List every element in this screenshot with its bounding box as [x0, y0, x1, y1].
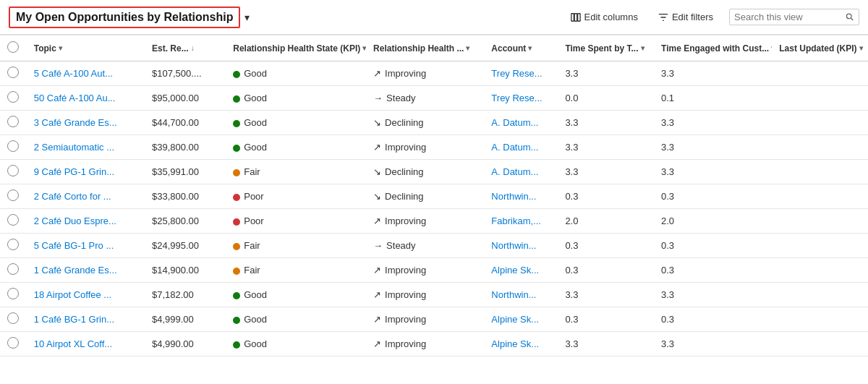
- row-account[interactable]: Alpine Sk...: [484, 332, 558, 357]
- row-rhs: Poor: [226, 184, 366, 209]
- row-account[interactable]: A. Datum...: [484, 111, 558, 135]
- row-est-rev: $35,991.00: [145, 160, 226, 184]
- row-est-rev: $39,800.00: [145, 135, 226, 160]
- row-account[interactable]: Trey Rese...: [484, 61, 558, 86]
- row-topic[interactable]: 3 Café Grande Es...: [27, 111, 145, 135]
- row-time-engaged: 2.0: [654, 209, 772, 234]
- col-header-last-updated[interactable]: Last Updated (KPI) ▾: [772, 35, 868, 61]
- row-time-engaged: 3.3: [654, 111, 772, 135]
- row-checkbox[interactable]: [7, 67, 19, 78]
- table-row: 5 Café A-100 Aut...$107,500....Good↗Impr…: [0, 61, 868, 86]
- row-time-spent: 3.3: [558, 135, 654, 160]
- row-checkbox[interactable]: [7, 116, 19, 127]
- row-last-updated: [772, 283, 868, 307]
- edit-filters-button[interactable]: Edit filters: [654, 9, 718, 25]
- row-topic[interactable]: 9 Café PG-1 Grin...: [27, 160, 145, 184]
- row-account[interactable]: Northwin...: [484, 234, 558, 258]
- row-topic[interactable]: 18 Airpot Coffee ...: [27, 283, 145, 307]
- row-topic[interactable]: 5 Café BG-1 Pro ...: [27, 234, 145, 258]
- row-checkbox-cell: [0, 283, 27, 307]
- row-last-updated: [772, 184, 868, 209]
- row-time-engaged: 3.3: [654, 135, 772, 160]
- title-chevron-icon[interactable]: ▾: [244, 12, 250, 23]
- row-account[interactable]: Fabrikam,...: [484, 209, 558, 234]
- row-checkbox[interactable]: [7, 337, 19, 349]
- trend-icon: ↗: [373, 68, 381, 79]
- col-header-topic[interactable]: Topic ▾: [27, 35, 145, 61]
- svg-rect-2: [577, 13, 580, 21]
- row-est-rev: $14,900.00: [145, 258, 226, 283]
- trend-icon: ↗: [373, 338, 381, 349]
- filter-icon: [658, 12, 668, 22]
- row-account[interactable]: A. Datum...: [484, 135, 558, 160]
- row-topic[interactable]: 1 Café Grande Es...: [27, 258, 145, 283]
- table-container: Topic ▾ Est. Re... ↓ Relationship Health…: [0, 35, 868, 384]
- row-account[interactable]: A. Datum...: [484, 160, 558, 184]
- table-header: Topic ▾ Est. Re... ↓ Relationship Health…: [0, 35, 868, 61]
- search-box[interactable]: [729, 9, 859, 25]
- table-row: 2 Café Duo Espre...$25,800.00Poor↗Improv…: [0, 209, 868, 234]
- row-topic[interactable]: 1 Café BG-1 Grin...: [27, 307, 145, 332]
- row-topic[interactable]: 2 Semiautomatic ...: [27, 135, 145, 160]
- row-time-spent: 3.3: [558, 61, 654, 86]
- col-header-account[interactable]: Account ▾: [484, 35, 558, 61]
- col-header-est-rev[interactable]: Est. Re... ↓: [145, 35, 226, 61]
- row-checkbox[interactable]: [7, 140, 19, 152]
- col-header-time-spent[interactable]: Time Spent by T... ▾: [558, 35, 654, 61]
- row-time-spent: 3.3: [558, 283, 654, 307]
- row-est-rev: $33,800.00: [145, 184, 226, 209]
- row-last-updated: [772, 160, 868, 184]
- svg-rect-0: [571, 13, 574, 21]
- row-checkbox[interactable]: [7, 312, 19, 324]
- row-topic[interactable]: 10 Airpot XL Coff...: [27, 332, 145, 357]
- trend-icon: ↘: [373, 191, 381, 202]
- col-header-rh[interactable]: Relationship Health ... ▾: [366, 35, 484, 61]
- row-topic[interactable]: 2 Café Corto for ...: [27, 184, 145, 209]
- row-est-rev: $95,000.00: [145, 86, 226, 111]
- rhs-dot: [233, 341, 240, 349]
- row-checkbox[interactable]: [7, 239, 19, 250]
- row-checkbox[interactable]: [7, 165, 19, 176]
- row-last-updated: [772, 209, 868, 234]
- row-rh: ↘Declining: [366, 160, 484, 184]
- row-rh: ↘Declining: [366, 111, 484, 135]
- col-header-time-engaged[interactable]: Time Engaged with Cust... ▾: [654, 35, 772, 61]
- row-rhs: Good: [226, 111, 366, 135]
- row-topic[interactable]: 2 Café Duo Espre...: [27, 209, 145, 234]
- row-est-rev: $44,700.00: [145, 111, 226, 135]
- search-input[interactable]: [734, 12, 843, 22]
- header-checkbox[interactable]: [7, 41, 19, 53]
- svg-rect-1: [574, 13, 577, 21]
- row-checkbox[interactable]: [7, 288, 19, 299]
- row-last-updated: [772, 111, 868, 135]
- row-est-rev: $7,182.00: [145, 283, 226, 307]
- row-checkbox[interactable]: [7, 91, 19, 103]
- col-header-rhs[interactable]: Relationship Health State (KPI) ▾: [226, 35, 366, 61]
- row-rh: ↗Improving: [366, 61, 484, 86]
- row-rhs: Good: [226, 283, 366, 307]
- row-topic[interactable]: 5 Café A-100 Aut...: [27, 61, 145, 86]
- row-account[interactable]: Alpine Sk...: [484, 258, 558, 283]
- row-account[interactable]: Northwin...: [484, 283, 558, 307]
- row-topic[interactable]: 50 Café A-100 Au...: [27, 86, 145, 111]
- edit-columns-button[interactable]: Edit columns: [566, 9, 642, 25]
- row-checkbox[interactable]: [7, 263, 19, 275]
- row-account[interactable]: Trey Rese...: [484, 86, 558, 111]
- rhs-dot: [233, 145, 240, 152]
- row-account[interactable]: Northwin...: [484, 184, 558, 209]
- est-rev-sort-icon: ↓: [191, 44, 195, 52]
- row-last-updated: [772, 258, 868, 283]
- table-body: 5 Café A-100 Aut...$107,500....Good↗Impr…: [0, 61, 868, 357]
- row-rhs: Good: [226, 135, 366, 160]
- rh-sort-icon: ▾: [466, 44, 469, 52]
- row-time-engaged: 3.3: [654, 160, 772, 184]
- row-checkbox[interactable]: [7, 214, 19, 226]
- table-row: 5 Café BG-1 Pro ...$24,995.00Fair→Steady…: [0, 234, 868, 258]
- row-account[interactable]: Alpine Sk...: [484, 307, 558, 332]
- row-time-engaged: 0.3: [654, 258, 772, 283]
- rhs-dot: [233, 169, 240, 176]
- row-rh: ↗Improving: [366, 283, 484, 307]
- row-checkbox[interactable]: [7, 189, 19, 201]
- row-est-rev: $4,990.00: [145, 332, 226, 357]
- search-icon: [846, 12, 854, 22]
